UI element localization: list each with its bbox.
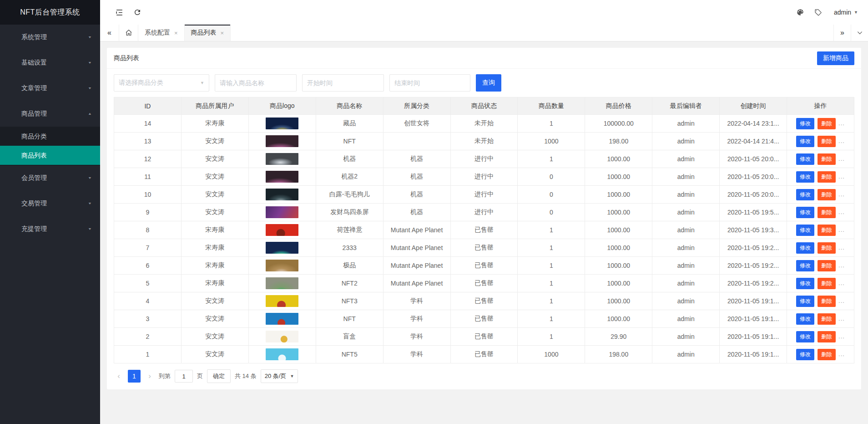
chevron-down-icon: [857, 30, 863, 36]
tabs-scroll-left-button[interactable]: «: [100, 25, 119, 41]
cell-price: 1000.00: [585, 204, 652, 221]
edit-button[interactable]: 修改: [796, 296, 814, 307]
menu-item-label: 交易管理: [21, 199, 47, 208]
edit-button[interactable]: 修改: [796, 260, 814, 271]
search-button[interactable]: 查询: [476, 74, 501, 92]
add-product-button[interactable]: 新增商品: [817, 51, 854, 65]
cell-qty: 1: [518, 328, 585, 346]
tabs-scroll-right-button[interactable]: »: [833, 25, 851, 41]
main-area: admin ▼ « 系统配置×商品列表× » 商品列表 新增商品: [100, 0, 868, 424]
end-time-input[interactable]: [389, 74, 470, 92]
delete-button[interactable]: 删除: [818, 225, 836, 236]
caret-down-icon: ▼: [290, 374, 294, 378]
caret-down-icon: ▼: [88, 87, 92, 90]
tabs-menu-button[interactable]: [851, 25, 868, 41]
category-select[interactable]: 请选择商品分类 ▼: [114, 74, 209, 92]
sidebar-item-goods-list[interactable]: 商品列表: [0, 146, 100, 165]
cell-qty: 1000: [518, 346, 585, 363]
edit-button[interactable]: 修改: [796, 313, 814, 325]
cell-category: 学科: [383, 292, 450, 310]
sidebar-item-basic-settings[interactable]: 基础设置▼: [0, 50, 100, 76]
delete-button[interactable]: 删除: [818, 313, 836, 325]
cell-actions: 修改删除...: [787, 239, 854, 257]
prev-page-button[interactable]: ‹: [114, 370, 124, 383]
edit-button[interactable]: 修改: [796, 189, 814, 200]
goto-page-input[interactable]: [175, 370, 193, 383]
edit-button[interactable]: 修改: [796, 118, 814, 129]
cell-price: 198.00: [585, 133, 652, 150]
cell-logo: [248, 221, 316, 239]
delete-button[interactable]: 删除: [818, 278, 836, 289]
delete-button[interactable]: 删除: [818, 242, 836, 254]
edit-button[interactable]: 修改: [796, 171, 814, 183]
sidebar-item-article-management[interactable]: 文章管理▼: [0, 76, 100, 101]
cell-created: 2020-11-05 19:1...: [720, 310, 787, 328]
delete-button[interactable]: 删除: [818, 207, 836, 218]
cell-actions: 修改删除...: [787, 168, 854, 186]
cell-actions: 修改删除...: [787, 257, 854, 275]
delete-button[interactable]: 删除: [818, 331, 836, 342]
cell-price: 1000.00: [585, 186, 652, 204]
tag-button[interactable]: [809, 0, 828, 25]
caret-down-icon: ▼: [88, 61, 92, 65]
user-name: admin: [834, 9, 851, 16]
product-name-input[interactable]: [215, 74, 297, 92]
edit-button[interactable]: 修改: [796, 136, 814, 147]
sidebar-item-system-management[interactable]: 系统管理▼: [0, 25, 100, 50]
edit-button[interactable]: 修改: [796, 207, 814, 218]
cell-editor: admin: [652, 310, 720, 328]
current-page-button[interactable]: 1: [128, 370, 141, 383]
edit-button[interactable]: 修改: [796, 153, 814, 165]
edit-button[interactable]: 修改: [796, 331, 814, 342]
edit-button[interactable]: 修改: [796, 278, 814, 289]
cell-status: 进行中: [450, 186, 518, 204]
cell-editor: admin: [652, 186, 720, 204]
theme-button[interactable]: [791, 0, 809, 25]
cell-user: 宋寿康: [181, 239, 248, 257]
delete-button[interactable]: 删除: [818, 136, 836, 147]
cell-editor: admin: [652, 221, 720, 239]
page-size-select[interactable]: 20 条/页 ▼: [261, 369, 298, 383]
delete-button[interactable]: 删除: [818, 189, 836, 200]
start-time-input[interactable]: [302, 74, 384, 92]
cell-logo: [248, 133, 316, 150]
sidebar-item-recharge-management[interactable]: 充提管理▼: [0, 216, 100, 242]
delete-button[interactable]: 删除: [818, 260, 836, 271]
cell-category: Mutant Ape Planet: [383, 239, 450, 257]
delete-button[interactable]: 删除: [818, 171, 836, 183]
sidebar-item-trade-management[interactable]: 交易管理▼: [0, 191, 100, 216]
column-header: 最后编辑者: [652, 97, 720, 115]
cell-created: 2020-11-05 19:1...: [720, 292, 787, 310]
cell-id: 5: [114, 275, 182, 292]
edit-button[interactable]: 修改: [796, 242, 814, 254]
pagination-bar: ‹ 1 › 到第 页 确定 共 14 条 20 条/页 ▼: [107, 363, 861, 389]
goto-confirm-button[interactable]: 确定: [207, 369, 231, 383]
close-icon[interactable]: ×: [221, 30, 224, 36]
edit-button[interactable]: 修改: [796, 349, 814, 360]
sidebar-item-goods-category[interactable]: 商品分类: [0, 127, 100, 146]
next-page-button[interactable]: ›: [145, 370, 155, 383]
user-menu[interactable]: admin ▼: [828, 0, 860, 25]
tab-system-config[interactable]: 系统配置×: [138, 25, 185, 41]
cell-id: 11: [114, 168, 182, 186]
close-icon[interactable]: ×: [174, 30, 178, 36]
home-tab[interactable]: [119, 25, 138, 41]
cell-category: Mutant Ape Planet: [383, 221, 450, 239]
delete-button[interactable]: 删除: [818, 153, 836, 165]
tab-goods-list[interactable]: 商品列表×: [185, 25, 231, 41]
delete-button[interactable]: 删除: [818, 118, 836, 129]
delete-button[interactable]: 删除: [818, 349, 836, 360]
edit-button[interactable]: 修改: [796, 225, 814, 236]
sidebar-item-member-management[interactable]: 会员管理▼: [0, 165, 100, 191]
table-row: 4安文涛NFT3学科已售罄11000.00admin2020-11-05 19:…: [114, 292, 854, 310]
more-actions: ...: [838, 262, 845, 269]
cell-price: 1000.00: [585, 150, 652, 168]
delete-button[interactable]: 删除: [818, 296, 836, 307]
sidebar-toggle-button[interactable]: [110, 0, 128, 25]
menu-item-label: 系统管理: [21, 33, 47, 41]
refresh-button[interactable]: [128, 0, 146, 25]
cell-actions: 修改删除...: [787, 204, 854, 221]
sidebar-item-goods-management[interactable]: 商品管理▲: [0, 101, 100, 127]
submenu-goods-management: 商品分类商品列表: [0, 127, 100, 165]
cell-category: 学科: [383, 328, 450, 346]
